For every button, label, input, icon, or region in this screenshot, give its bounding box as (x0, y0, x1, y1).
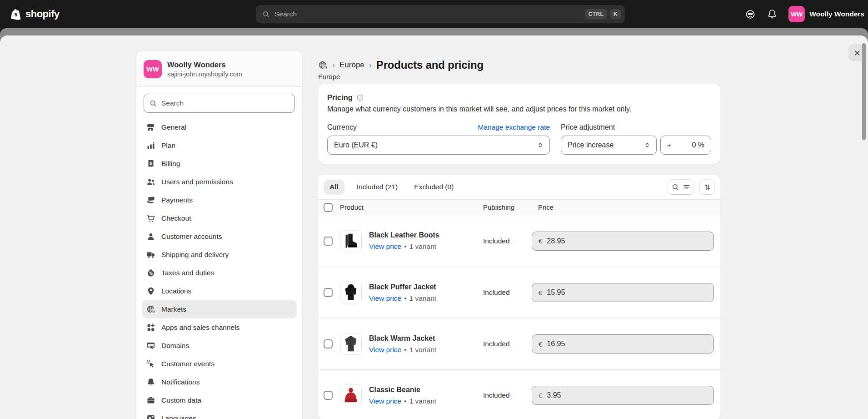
price-input[interactable]: € 15.95 (532, 283, 714, 302)
publishing-status: Included (483, 237, 532, 245)
sidebar-item-label: Taxes and duties (161, 269, 214, 277)
sidebar-item-checkout[interactable]: Checkout (142, 209, 297, 227)
svg-text:%: % (149, 272, 153, 276)
sidebar-item-notifications[interactable]: Notifications (142, 373, 297, 391)
info-icon[interactable] (356, 94, 364, 101)
variant-count: 1 variant (409, 242, 436, 251)
sidebar-item-plan[interactable]: Plan (142, 136, 297, 155)
taxes-icon: % (146, 268, 155, 278)
sidebar-item-label: Payments (161, 196, 193, 204)
tab-included-21-[interactable]: Included (21) (351, 180, 404, 195)
svg-text:$: $ (152, 309, 154, 313)
row-checkbox[interactable] (324, 391, 333, 400)
column-price: Price (532, 203, 715, 211)
variant-count: 1 variant (409, 397, 436, 405)
publishing-status: Included (483, 288, 532, 297)
settings-modal-surface: WW Woolly Wonders sajini-john.myshopify.… (0, 35, 868, 419)
sidebar-store-header[interactable]: WW Woolly Wonders sajini-john.myshopify.… (136, 51, 302, 87)
store-name: Woolly Wonders (167, 61, 242, 69)
select-all-checkbox[interactable] (324, 203, 333, 212)
svg-text:$: $ (324, 66, 326, 70)
sidebar-item-custom-data[interactable]: Custom data (142, 391, 297, 409)
meta-separator-dot: • (404, 346, 406, 354)
breadcrumb-parent[interactable]: Europe (339, 61, 364, 70)
view-price-link[interactable]: View price (369, 397, 401, 405)
breadcrumb: $ › Europe › Products and pricing (318, 58, 720, 72)
column-product: Product (340, 203, 483, 211)
apps-icon (146, 323, 155, 332)
sidebar-item-locations[interactable]: Locations (142, 282, 297, 300)
price-adjustment-select[interactable]: Price increase (561, 136, 657, 155)
shopify-wordmark: shopify (25, 8, 60, 20)
scrollbar-thumb[interactable] (862, 43, 866, 140)
view-price-link[interactable]: View price (369, 294, 401, 303)
tab-excluded-0-[interactable]: Excluded (0) (408, 180, 459, 195)
sidebar-item-customer-accounts[interactable]: Customer accounts (142, 227, 297, 246)
search-and-filter-button[interactable] (668, 179, 694, 195)
sidebar-item-users-and-permissions[interactable]: Users and permissions (142, 173, 297, 191)
breadcrumb-separator: › (369, 61, 372, 70)
product-name: Black Warm Jacket (369, 334, 436, 343)
sort-button[interactable] (699, 179, 715, 195)
notifications-icon (146, 378, 155, 387)
settings-sidebar: WW Woolly Wonders sajini-john.myshopify.… (136, 51, 302, 419)
topbar: S shopify Search CTRL K WW Woolly Wonder… (0, 0, 868, 28)
product-table-body: Black Leather Boots View price • 1 varia… (318, 215, 720, 419)
product-image-warm-jacket (340, 333, 362, 355)
sidebar-item-general[interactable]: General (142, 118, 297, 136)
sidebar-search-input[interactable]: Search (144, 94, 295, 113)
global-search-placeholder: Search (274, 10, 582, 18)
sidebar-item-label: Languages (161, 414, 196, 419)
currency-symbol: € (539, 392, 542, 399)
adjustment-sign: + (667, 141, 671, 149)
shopify-logo[interactable]: S shopify (10, 0, 60, 28)
checkout-icon (146, 214, 155, 223)
price-input[interactable]: € 28.95 (532, 232, 714, 251)
store-icon (146, 123, 155, 132)
global-search-input[interactable]: Search CTRL K (256, 5, 625, 23)
price-input[interactable]: € 16.95 (532, 334, 714, 353)
kbd-k: K (610, 9, 621, 19)
sidebar-search-placeholder: Search (161, 99, 184, 107)
publishing-status: Included (483, 391, 532, 399)
currency-select[interactable]: Euro (EUR €) (327, 136, 550, 155)
row-checkbox[interactable] (324, 288, 333, 297)
markets-icon: $ (146, 305, 155, 314)
sidebar-item-payments[interactable]: Payments (142, 191, 297, 209)
tab-all[interactable]: All (324, 180, 344, 195)
price-value: 3.95 (547, 391, 561, 399)
sidebar-item-shipping-and-delivery[interactable]: Shipping and delivery (142, 246, 297, 264)
account-avatar: WW (788, 6, 805, 22)
manage-exchange-rate-link[interactable]: Manage exchange rate (478, 123, 550, 131)
view-price-link[interactable]: View price (369, 346, 401, 354)
sidebar-item-customer-events[interactable]: Customer events (142, 355, 297, 373)
adjustment-percent-input[interactable]: + 0 % (660, 136, 711, 155)
sidekick-icon[interactable] (745, 9, 756, 20)
store-domain: sajini-john.myshopify.com (167, 71, 242, 78)
sidebar-item-languages[interactable]: A* Languages (142, 409, 297, 419)
row-checkbox[interactable] (324, 237, 333, 246)
account-menu[interactable]: WW Woolly Wonders (788, 6, 864, 22)
product-tabs: All Included (21) Excluded (0) (318, 175, 720, 199)
plan-icon (146, 141, 155, 150)
sidebar-item-billing[interactable]: $ Billing (142, 155, 297, 173)
billing-icon: $ (146, 159, 155, 168)
sidebar-item-label: Customer events (161, 360, 215, 368)
sidebar-item-label: Notifications (161, 378, 200, 386)
sidebar-item-apps-and-sales-channels[interactable]: Apps and sales channels (142, 318, 297, 337)
adjustment-amount: 0 % (692, 141, 704, 149)
shipping-icon (146, 250, 155, 259)
main-content: $ › Europe › Products and pricing Europe… (318, 35, 720, 419)
price-adjustment-value: Price increase (568, 141, 614, 149)
price-value: 15.95 (547, 288, 565, 297)
sidebar-item-markets[interactable]: $ Markets (142, 300, 297, 318)
sidebar-item-domains[interactable]: Domains (142, 337, 297, 355)
price-input[interactable]: € 3.95 (532, 386, 714, 405)
row-checkbox[interactable] (324, 339, 333, 348)
sidebar-item-label: Billing (161, 160, 180, 168)
sidebar-item-taxes-and-duties[interactable]: % Taxes and duties (142, 264, 297, 282)
view-price-link[interactable]: View price (369, 242, 401, 251)
filter-icon (683, 183, 690, 191)
notifications-bell-icon[interactable] (767, 9, 778, 20)
price-value: 28.95 (547, 237, 565, 245)
